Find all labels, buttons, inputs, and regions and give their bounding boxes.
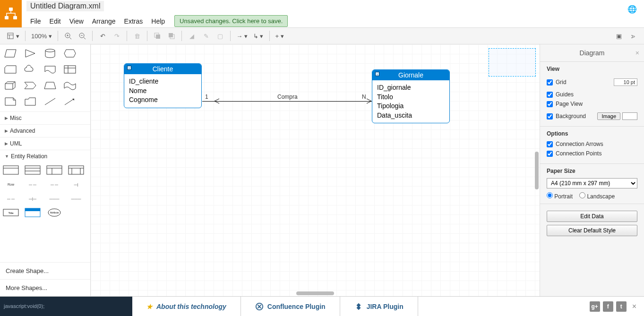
shape-tape[interactable] xyxy=(62,79,77,93)
close-footer-icon[interactable]: × xyxy=(629,302,639,311)
to-back-icon[interactable] xyxy=(165,29,178,43)
v-scrollbar[interactable] xyxy=(535,152,539,189)
er-row2[interactable]: — — xyxy=(25,179,41,189)
entity-cliente[interactable]: -Cliente ID_cliente Nome Cognome xyxy=(124,63,202,108)
cat-advanced[interactable]: ▶Advanced xyxy=(0,124,90,137)
collapse-icon[interactable]: - xyxy=(127,66,131,70)
save-button[interactable]: Unsaved changes. Click here to save. xyxy=(174,15,288,27)
shape-cube[interactable] xyxy=(3,79,18,93)
attr: Titolo xyxy=(377,93,445,102)
cat-uml[interactable]: ▶UML xyxy=(0,137,90,150)
paper-heading: Paper Size xyxy=(547,168,637,174)
background-checkbox[interactable] xyxy=(547,113,553,120)
more-shapes-link[interactable]: More Shapes... xyxy=(0,279,90,296)
pageview-checkbox[interactable] xyxy=(547,101,553,107)
shape-folder[interactable] xyxy=(23,95,38,109)
outline-panel[interactable] xyxy=(489,48,536,77)
stroke-icon[interactable]: ✎ xyxy=(199,29,213,43)
cat-er[interactable]: ▼Entity Relation xyxy=(0,150,90,162)
shape-hexagon[interactable] xyxy=(62,47,77,60)
view-dropdown[interactable]: ▾ xyxy=(4,32,22,40)
menu-help[interactable]: Help xyxy=(147,16,169,27)
redo-icon[interactable]: ↷ xyxy=(110,29,123,43)
create-shape-link[interactable]: Create Shape... xyxy=(0,262,90,279)
er-table2[interactable] xyxy=(25,165,41,175)
menu-extras[interactable]: Extras xyxy=(120,16,147,27)
h-scrollbar[interactable] xyxy=(296,291,334,295)
grid-size-input[interactable]: 10 pt xyxy=(614,78,637,86)
shape-table[interactable] xyxy=(62,63,77,77)
image-button[interactable]: Image xyxy=(597,112,620,120)
shape-cylinder[interactable] xyxy=(43,47,58,60)
clear-style-button[interactable]: Clear Default Style xyxy=(547,225,637,236)
cat-misc[interactable]: ▶Misc xyxy=(0,111,90,124)
conn-arrows-checkbox[interactable] xyxy=(547,141,553,147)
paper-size-select[interactable]: A4 (210 mm x 297 mm) xyxy=(547,178,637,188)
to-front-icon[interactable] xyxy=(151,29,164,43)
grid-checkbox[interactable] xyxy=(547,79,553,85)
canvas[interactable]: -Cliente ID_cliente Nome Cognome -Giorna… xyxy=(91,44,540,296)
shape-trap[interactable] xyxy=(43,79,58,93)
er-table3[interactable] xyxy=(46,165,62,175)
er-title[interactable]: Title xyxy=(3,208,19,217)
er-row7[interactable]: ——— xyxy=(46,194,62,203)
shape-triangle[interactable] xyxy=(23,47,38,60)
footer-tab-jira[interactable]: JIRA Plugin xyxy=(340,297,418,316)
guides-checkbox[interactable] xyxy=(547,92,553,98)
shape-line[interactable] xyxy=(43,95,58,109)
delete-icon[interactable]: 🗑 xyxy=(130,29,144,43)
zoom-dropdown[interactable]: 100% ▾ xyxy=(28,33,55,40)
shape-card[interactable] xyxy=(3,63,18,77)
waypoint-dropdown[interactable]: ↳ ▾ xyxy=(250,33,266,40)
er-row[interactable]: Row xyxy=(3,179,19,189)
add-dropdown[interactable]: + ▾ xyxy=(273,33,287,40)
shape-parallelogram[interactable] xyxy=(3,47,18,60)
menu-arrange[interactable]: Arrange xyxy=(88,16,120,27)
conn-points-checkbox[interactable] xyxy=(547,151,553,157)
zoom-out-icon[interactable] xyxy=(76,29,89,43)
format-panel-icon[interactable]: ⪢ xyxy=(627,29,640,43)
er-row8[interactable]: ——— xyxy=(68,194,84,203)
shape-note[interactable] xyxy=(3,95,18,109)
er-row5[interactable]: — — xyxy=(3,194,19,203)
menu-file[interactable]: File xyxy=(26,16,45,27)
fill-icon[interactable]: ◢ xyxy=(185,29,198,43)
relation-line[interactable] xyxy=(202,101,372,102)
facebook-icon[interactable]: f xyxy=(603,301,613,312)
menu-view[interactable]: View xyxy=(66,16,87,27)
connection-dropdown[interactable]: → ▾ xyxy=(233,33,250,40)
filename[interactable]: Untitled Diagram.xml xyxy=(26,1,104,11)
er-table4[interactable] xyxy=(68,165,84,175)
landscape-radio[interactable] xyxy=(579,192,585,198)
gplus-icon[interactable]: g+ xyxy=(590,301,600,312)
er-table1[interactable] xyxy=(3,165,19,175)
globe-icon[interactable]: 🌐 xyxy=(627,5,637,14)
er-blue[interactable] xyxy=(25,208,41,217)
entity-giornale[interactable]: -Giornale ID_giornale Titolo Tipologia D… xyxy=(372,69,450,123)
footer: javascript:void(0); ★About this technolo… xyxy=(0,296,644,316)
collapse-icon[interactable]: - xyxy=(375,72,379,76)
er-attribute[interactable]: Attribute xyxy=(46,208,62,217)
zoom-in-icon[interactable] xyxy=(61,29,75,43)
edit-data-button[interactable]: Edit Data xyxy=(547,211,637,222)
footer-tab-confluence[interactable]: Confluence Plugin xyxy=(241,297,340,316)
fullscreen-icon[interactable]: ▣ xyxy=(612,29,626,43)
er-row4[interactable]: —| xyxy=(68,179,84,189)
app-logo[interactable] xyxy=(0,0,22,27)
er-row6[interactable]: —|— xyxy=(25,194,41,203)
bg-color-swatch[interactable] xyxy=(622,112,637,120)
shape-step[interactable] xyxy=(23,79,38,93)
shape-cloud[interactable] xyxy=(23,63,38,77)
footer-tab-about[interactable]: ★About this technology xyxy=(132,297,241,316)
shadow-icon[interactable]: ▢ xyxy=(214,29,227,43)
portrait-radio[interactable] xyxy=(547,192,553,198)
twitter-icon[interactable]: t xyxy=(616,301,627,312)
shape-document[interactable] xyxy=(43,63,58,77)
rel-card-left: 1 xyxy=(205,94,208,100)
svg-rect-16 xyxy=(169,33,173,37)
er-row3[interactable]: — — xyxy=(46,179,62,189)
close-icon[interactable]: × xyxy=(635,49,639,57)
menu-edit[interactable]: Edit xyxy=(46,16,65,27)
undo-icon[interactable]: ↶ xyxy=(96,29,109,43)
shape-arrow-line[interactable] xyxy=(62,95,77,109)
